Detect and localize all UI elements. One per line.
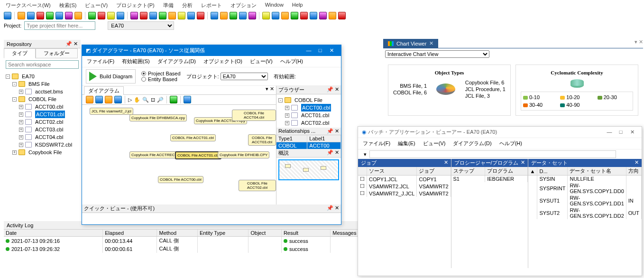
diagram-node-selected[interactable]: COBOL File ACCT01.cbl [175,151,221,159]
chart-mode-select[interactable]: Interactive Chart View [385,50,489,58]
tool-icon[interactable] [248,12,256,19]
project-filter-input[interactable] [24,21,95,30]
tool-icon[interactable] [329,12,336,19]
close-icon[interactable]: ✕ [521,159,525,167]
menu-workspace[interactable]: ワークスペース(W) [6,2,51,9]
diagram-node[interactable]: COBOL File ACCT04.cbl [232,110,276,121]
radio-entity-based[interactable]: Entity Based [141,76,180,82]
tool-icon[interactable] [310,12,317,19]
maximize-button[interactable]: □ [615,129,626,135]
tool-icon[interactable] [281,12,289,19]
minimize-button[interactable]: — [303,47,314,53]
tool-icon[interactable] [262,12,270,19]
tool-icon[interactable] [184,96,191,103]
tool-icon[interactable] [37,12,44,19]
menu-project[interactable]: プロジェクト(P) [116,2,155,9]
tool-icon[interactable] [220,12,228,19]
table-row[interactable]: 2021-07-13 09:26:32 00:00:00.61CALL 側 su… [4,245,378,253]
zoom-fit-icon[interactable]: ⊡ [151,97,155,103]
tool-icon[interactable] [168,12,176,19]
minimize-button[interactable]: — [604,129,615,135]
zoom-in-icon[interactable]: 🔍 [142,97,149,103]
tool-icon[interactable] [319,12,327,19]
close-icon[interactable]: ✕ [429,40,433,46]
tool-icon[interactable] [300,12,308,19]
table-row[interactable]: SYSUT2RW-GEN.SYS.COPY1.DD2OUT [528,207,642,219]
menu-prepare[interactable]: 準備 [163,2,174,9]
tool-icon[interactable] [230,12,237,19]
tool-icon[interactable] [159,12,166,19]
tool-icon[interactable] [338,12,346,19]
diagrammer-project-select[interactable]: EA70 [221,73,268,80]
diagram-node[interactable]: COBOL File ACCT00.cbl [158,176,203,183]
tool-icon[interactable] [211,12,218,19]
zoom-out-icon[interactable]: 🔎 [157,97,164,103]
tool-icon[interactable] [46,12,54,19]
chart-cyclomatic[interactable]: Cyclomatic Complexity 0-10 10-20 20-30 3… [515,65,638,116]
diagram-node[interactable]: COBOL File ACCT02.cbl [239,180,276,191]
diagram-canvas[interactable]: JCL File vsamwrt2_J.jcl Copybook File DF… [82,105,276,204]
pointer-icon[interactable]: ▷ [128,97,132,103]
table-row[interactable]: SYSINNULLFILE [528,176,642,183]
pin-icon[interactable]: 📌 ✕ [327,205,339,212]
tree-item-selected[interactable]: ACCT01.cbl [35,111,65,118]
tool-icon[interactable] [239,12,247,19]
pin-icon[interactable]: 📌 ✕ [327,128,339,134]
diagrammer-titlebar[interactable]: ◩ ダイアグラマー - EA70 (EA70) - ソース従属関係 —□✕ [82,45,341,56]
layout-icon[interactable] [170,96,177,103]
tool-icon[interactable] [88,12,96,19]
overview-thumb[interactable] [276,158,341,204]
main-menubar[interactable]: ワークスペース(W) 検索(S) ビュー(V) プロジェクト(P) 準備 分析 … [0,0,644,11]
radio-project-based[interactable]: Project Based [141,71,180,76]
menu-options[interactable]: オプション [230,2,257,9]
print-icon[interactable] [105,96,112,103]
tool-icon[interactable] [178,12,185,19]
menu-report[interactable]: レポート [201,2,222,9]
repo-search-input[interactable] [6,60,79,69]
tab-diagram[interactable]: ダイアグラム [84,86,124,95]
save-icon[interactable] [95,96,103,103]
tool-icon[interactable] [117,12,124,19]
diagram-node[interactable]: COBOL File ACCT03.cbl [248,134,276,146]
tool-icon[interactable] [187,12,195,19]
menu-search[interactable]: 検索(S) [59,2,77,9]
pin-icon[interactable]: 📌 ✕ [327,149,339,157]
tab-folder[interactable]: フォルダー [36,48,78,58]
table-row[interactable]: COBOLACCT00 [276,142,341,149]
tool-icon[interactable] [149,12,157,19]
tool-icon[interactable] [18,12,25,19]
table-row[interactable]: SYSUT1RW-GEN.SYS.COPY1.DD1IN [528,195,642,207]
diagram-node[interactable]: Copybook File DFHBMSCA.cpy [129,114,187,121]
open-icon[interactable] [86,96,93,103]
tool-icon[interactable] [197,12,204,19]
maximize-button[interactable]: □ [314,47,326,53]
tab-type[interactable]: タイプ [4,48,36,58]
table-row[interactable]: 2021-07-13 09:26:16 00:00:13.44CALL 側 su… [4,237,378,245]
pin-icon[interactable]: 📌 ✕ [65,41,78,47]
dropdown-icon[interactable]: ▾ ✕ [635,39,643,45]
tool-icon[interactable] [272,12,279,19]
table-row[interactable]: S1IEBGENER [451,176,528,183]
filter-icon[interactable] [98,22,105,29]
table-row[interactable]: ☐COPY1.JCLCOPY1 [358,176,451,183]
hand-icon[interactable]: ✋ [134,97,140,103]
tool-icon[interactable] [74,12,82,19]
close-icon[interactable]: ✕ [444,159,448,167]
build-diagram-button[interactable]: Build Diagram [86,69,136,83]
tool-icon[interactable] [107,12,115,19]
diagram-node[interactable]: COBOL File ACCT01.cbl [170,134,216,141]
table-row[interactable]: ☐VSAMWRT2.JCLVSAMWRT2 [358,183,451,190]
tool-icon[interactable] [140,12,147,19]
tool-icon[interactable] [98,12,105,19]
menu-help[interactable]: Help [292,2,303,9]
table-row[interactable]: ☐VSAMWRT2_J.JCLVSAMWRT2 [358,190,451,197]
diagrammer-menu[interactable]: ファイル(F) 有効範囲(S) ダイアグラム(D) オブジェクト(O) ビュー(… [82,56,341,67]
tool-icon[interactable] [27,12,35,19]
tool-icon[interactable] [130,12,138,19]
tool-icon[interactable] [291,12,298,19]
tool-icon[interactable] [55,12,63,19]
tool-icon[interactable] [4,12,11,19]
chart-viewer-tab[interactable]: Chart Viewer✕ [383,39,438,48]
chart-object-types[interactable]: Object Types BMS File, 1 COBOL File, 6 C… [388,65,511,116]
diagram-node[interactable]: JCL File vsamwrt2_J.jcl [90,108,133,115]
